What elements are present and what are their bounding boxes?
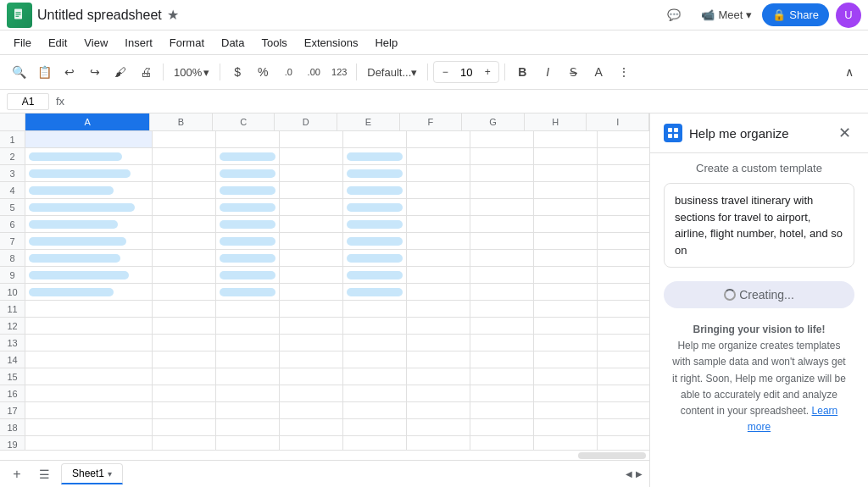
- cell-h6[interactable]: [534, 216, 598, 232]
- cell[interactable]: [280, 368, 343, 385]
- cell-i5[interactable]: [598, 199, 649, 215]
- cell[interactable]: [407, 419, 470, 435]
- print-button[interactable]: 🖨: [134, 60, 158, 84]
- cell[interactable]: [598, 419, 649, 435]
- cell[interactable]: [598, 368, 649, 385]
- cell[interactable]: [343, 419, 407, 435]
- cell-f8[interactable]: [407, 250, 470, 266]
- cell-e3[interactable]: [343, 165, 407, 181]
- cell[interactable]: [25, 385, 153, 401]
- cell-a7[interactable]: [25, 233, 153, 249]
- cell-a5[interactable]: [25, 199, 153, 215]
- zoom-selector[interactable]: 100% ▾: [169, 64, 214, 80]
- cell[interactable]: [343, 402, 407, 418]
- scroll-thumb[interactable]: [578, 452, 646, 459]
- cell[interactable]: [598, 318, 649, 334]
- panel-close-button[interactable]: ✕: [835, 124, 854, 142]
- cell-reference-input[interactable]: [7, 93, 49, 110]
- cell[interactable]: [343, 301, 407, 317]
- menu-file[interactable]: File: [7, 35, 38, 51]
- cell-g2[interactable]: [470, 148, 534, 164]
- cell[interactable]: [343, 368, 407, 385]
- cell-b5[interactable]: [153, 199, 216, 215]
- cell[interactable]: [534, 436, 598, 450]
- col-header-i[interactable]: I: [587, 113, 649, 130]
- cell-b4[interactable]: [153, 182, 216, 198]
- avatar[interactable]: U: [836, 3, 861, 28]
- learn-more-link[interactable]: Learn more: [748, 405, 837, 433]
- cell-a8[interactable]: [25, 250, 153, 266]
- cell[interactable]: [216, 385, 280, 401]
- cell-g9[interactable]: [470, 267, 534, 283]
- col-header-b[interactable]: B: [150, 113, 213, 130]
- cell[interactable]: [25, 436, 153, 450]
- add-sheet-button[interactable]: +: [7, 464, 27, 484]
- cell-d5[interactable]: [280, 199, 343, 215]
- cell-i8[interactable]: [598, 250, 649, 266]
- cell[interactable]: [153, 351, 216, 368]
- cell-f10[interactable]: [407, 284, 470, 300]
- cell-h3[interactable]: [534, 165, 598, 181]
- document-title[interactable]: Untitled spreadsheet: [37, 8, 162, 23]
- cell-b3[interactable]: [153, 165, 216, 181]
- cell-a3[interactable]: [25, 165, 153, 181]
- cell-d6[interactable]: [280, 216, 343, 232]
- cell-d9[interactable]: [280, 267, 343, 283]
- cell-f9[interactable]: [407, 267, 470, 283]
- cell[interactable]: [470, 402, 534, 418]
- collapse-toolbar-button[interactable]: ∧: [837, 60, 861, 84]
- cell-h9[interactable]: [534, 267, 598, 283]
- cell[interactable]: [534, 402, 598, 418]
- cell[interactable]: [153, 436, 216, 450]
- currency-button[interactable]: $: [225, 60, 249, 84]
- horizontal-scrollbar[interactable]: [0, 450, 649, 460]
- cell-i7[interactable]: [598, 233, 649, 249]
- cell-b10[interactable]: [153, 284, 216, 300]
- cell-h2[interactable]: [534, 148, 598, 164]
- cell-e1[interactable]: [343, 131, 407, 147]
- cell[interactable]: [598, 301, 649, 317]
- cell-d1[interactable]: [280, 131, 343, 147]
- cell[interactable]: [216, 368, 280, 385]
- percent-button[interactable]: %: [251, 60, 275, 84]
- cell[interactable]: [534, 419, 598, 435]
- cell[interactable]: [343, 335, 407, 351]
- cell-g7[interactable]: [470, 233, 534, 249]
- cell[interactable]: [280, 419, 343, 435]
- cell-b7[interactable]: [153, 233, 216, 249]
- cell[interactable]: [280, 385, 343, 401]
- cell-c10[interactable]: [216, 284, 280, 300]
- cell-c2[interactable]: [216, 148, 280, 164]
- cell-e7[interactable]: [343, 233, 407, 249]
- menu-insert[interactable]: Insert: [118, 35, 159, 51]
- comments-button[interactable]: 💬: [657, 3, 691, 26]
- cell-a6[interactable]: [25, 216, 153, 232]
- font-size-input[interactable]: [454, 66, 478, 79]
- font-size-decrease-button[interactable]: −: [437, 64, 453, 80]
- cell[interactable]: [534, 301, 598, 317]
- cell[interactable]: [407, 351, 470, 368]
- paint-format-button[interactable]: 🖌: [108, 60, 132, 84]
- cell-d8[interactable]: [280, 250, 343, 266]
- cell[interactable]: [407, 436, 470, 450]
- cell-f1[interactable]: [407, 131, 470, 147]
- col-header-c[interactable]: C: [213, 113, 275, 130]
- cell-e6[interactable]: [343, 216, 407, 232]
- cell[interactable]: [216, 419, 280, 435]
- undo-button[interactable]: ↩: [58, 60, 81, 84]
- menu-data[interactable]: Data: [214, 35, 251, 51]
- cell[interactable]: [280, 318, 343, 334]
- sheet-chevron-icon[interactable]: ▾: [108, 469, 112, 479]
- cell[interactable]: [25, 335, 153, 351]
- cell[interactable]: [280, 351, 343, 368]
- cell[interactable]: [534, 385, 598, 401]
- cell-f4[interactable]: [407, 182, 470, 198]
- cell-c4[interactable]: [216, 182, 280, 198]
- cell-h8[interactable]: [534, 250, 598, 266]
- cell[interactable]: [216, 318, 280, 334]
- menu-format[interactable]: Format: [163, 35, 211, 51]
- cell[interactable]: [25, 351, 153, 368]
- cell[interactable]: [153, 402, 216, 418]
- cell-d4[interactable]: [280, 182, 343, 198]
- cell[interactable]: [598, 351, 649, 368]
